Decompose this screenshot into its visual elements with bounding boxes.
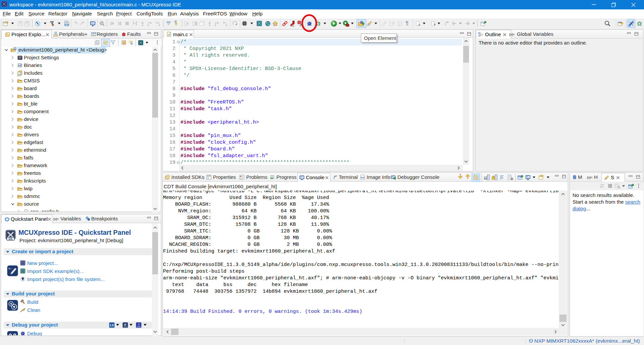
svg-text:>-: >-: [8, 267, 12, 271]
svg-text:0101: 0101: [91, 34, 96, 37]
svg-text:LS: LS: [110, 324, 114, 327]
svg-text:(x)=: (x)=: [53, 217, 59, 221]
svg-text:.c: .c: [168, 33, 170, 36]
svg-text:IDE: IDE: [8, 237, 13, 240]
svg-text:010: 010: [65, 23, 69, 26]
svg-text:Link: Link: [137, 326, 141, 328]
svg-text:(x)=: (x)=: [509, 33, 515, 36]
svg-text:010: 010: [361, 177, 365, 179]
svg-text:(x)=: (x)=: [587, 176, 592, 179]
svg-text:1010: 1010: [91, 32, 96, 34]
svg-text:P: P: [124, 323, 126, 327]
